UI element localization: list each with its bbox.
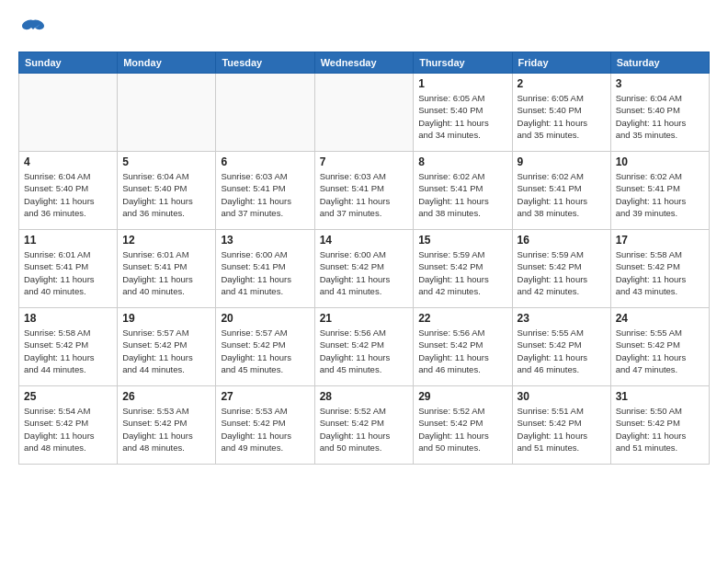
calendar-table: SundayMondayTuesdayWednesdayThursdayFrid… — [18, 52, 710, 465]
day-info: Sunrise: 6:04 AM Sunset: 5:40 PM Dayligh… — [616, 92, 704, 141]
day-info: Sunrise: 5:50 AM Sunset: 5:42 PM Dayligh… — [616, 405, 704, 454]
calendar-cell: 16Sunrise: 5:59 AM Sunset: 5:42 PM Dayli… — [512, 230, 610, 308]
day-header-wednesday: Wednesday — [314, 52, 414, 74]
calendar-cell: 9Sunrise: 6:02 AM Sunset: 5:41 PM Daylig… — [512, 152, 610, 230]
calendar-cell: 8Sunrise: 6:02 AM Sunset: 5:41 PM Daylig… — [414, 152, 512, 230]
day-info: Sunrise: 6:05 AM Sunset: 5:40 PM Dayligh… — [418, 92, 506, 141]
calendar-cell: 22Sunrise: 5:56 AM Sunset: 5:42 PM Dayli… — [414, 308, 512, 386]
day-number: 18 — [24, 312, 112, 325]
day-number: 15 — [418, 234, 506, 247]
day-number: 4 — [24, 155, 112, 168]
day-info: Sunrise: 5:57 AM Sunset: 5:42 PM Dayligh… — [221, 327, 309, 375]
day-info: Sunrise: 5:54 AM Sunset: 5:42 PM Dayligh… — [24, 405, 112, 454]
calendar-cell: 13Sunrise: 6:00 AM Sunset: 5:41 PM Dayli… — [216, 230, 314, 308]
calendar-cell — [118, 74, 216, 152]
day-info: Sunrise: 6:05 AM Sunset: 5:40 PM Dayligh… — [518, 92, 606, 141]
calendar-cell: 18Sunrise: 5:58 AM Sunset: 5:42 PM Dayli… — [19, 308, 118, 386]
calendar-cell: 24Sunrise: 5:55 AM Sunset: 5:42 PM Dayli… — [610, 308, 709, 386]
day-info: Sunrise: 6:04 AM Sunset: 5:40 PM Dayligh… — [24, 170, 112, 219]
day-info: Sunrise: 6:02 AM Sunset: 5:41 PM Dayligh… — [418, 170, 506, 219]
calendar-cell: 30Sunrise: 5:51 AM Sunset: 5:42 PM Dayli… — [512, 386, 610, 465]
day-number: 16 — [518, 234, 606, 247]
calendar-cell: 15Sunrise: 5:59 AM Sunset: 5:42 PM Dayli… — [414, 230, 512, 308]
day-number: 13 — [221, 234, 309, 247]
day-info: Sunrise: 6:00 AM Sunset: 5:41 PM Dayligh… — [221, 248, 309, 297]
day-header-saturday: Saturday — [610, 52, 709, 74]
day-info: Sunrise: 5:56 AM Sunset: 5:42 PM Dayligh… — [418, 327, 506, 375]
day-number: 20 — [221, 312, 309, 325]
day-number: 3 — [616, 77, 704, 90]
calendar-cell: 26Sunrise: 5:53 AM Sunset: 5:42 PM Dayli… — [118, 386, 216, 465]
day-info: Sunrise: 5:57 AM Sunset: 5:42 PM Dayligh… — [122, 327, 210, 375]
day-number: 6 — [221, 155, 309, 168]
day-info: Sunrise: 6:02 AM Sunset: 5:41 PM Dayligh… — [518, 170, 606, 219]
day-header-friday: Friday — [512, 52, 610, 74]
calendar-cell: 20Sunrise: 5:57 AM Sunset: 5:42 PM Dayli… — [216, 308, 314, 386]
day-info: Sunrise: 5:55 AM Sunset: 5:42 PM Dayligh… — [616, 327, 704, 375]
calendar-cell: 10Sunrise: 6:02 AM Sunset: 5:41 PM Dayli… — [610, 152, 709, 230]
day-info: Sunrise: 5:56 AM Sunset: 5:42 PM Dayligh… — [320, 327, 409, 375]
day-number: 25 — [24, 390, 112, 403]
day-number: 9 — [518, 155, 606, 168]
calendar-cell — [216, 74, 314, 152]
day-number: 11 — [24, 234, 112, 247]
calendar-cell: 4Sunrise: 6:04 AM Sunset: 5:40 PM Daylig… — [19, 152, 118, 230]
day-number: 1 — [418, 77, 506, 90]
day-info: Sunrise: 5:52 AM Sunset: 5:42 PM Dayligh… — [418, 405, 506, 454]
day-number: 8 — [418, 155, 506, 168]
day-header-thursday: Thursday — [414, 52, 512, 74]
calendar-cell: 29Sunrise: 5:52 AM Sunset: 5:42 PM Dayli… — [414, 386, 512, 465]
calendar-cell: 6Sunrise: 6:03 AM Sunset: 5:41 PM Daylig… — [216, 152, 314, 230]
week-row-1: 1Sunrise: 6:05 AM Sunset: 5:40 PM Daylig… — [19, 74, 710, 152]
day-info: Sunrise: 5:53 AM Sunset: 5:42 PM Dayligh… — [122, 405, 210, 454]
day-info: Sunrise: 6:04 AM Sunset: 5:40 PM Dayligh… — [122, 170, 210, 219]
day-number: 27 — [221, 390, 309, 403]
day-header-monday: Monday — [118, 52, 216, 74]
calendar-cell: 19Sunrise: 5:57 AM Sunset: 5:42 PM Dayli… — [118, 308, 216, 386]
day-number: 17 — [616, 234, 704, 247]
day-header-tuesday: Tuesday — [216, 52, 314, 74]
calendar-cell: 21Sunrise: 5:56 AM Sunset: 5:42 PM Dayli… — [314, 308, 414, 386]
day-info: Sunrise: 6:01 AM Sunset: 5:41 PM Dayligh… — [122, 248, 210, 297]
logo — [18, 18, 46, 42]
day-info: Sunrise: 6:03 AM Sunset: 5:41 PM Dayligh… — [320, 170, 409, 219]
calendar-cell: 12Sunrise: 6:01 AM Sunset: 5:41 PM Dayli… — [118, 230, 216, 308]
day-info: Sunrise: 5:58 AM Sunset: 5:42 PM Dayligh… — [24, 327, 112, 375]
page-header — [18, 18, 710, 42]
day-header-sunday: Sunday — [19, 52, 118, 74]
day-number: 10 — [616, 155, 704, 168]
day-number: 30 — [518, 390, 606, 403]
calendar-cell: 23Sunrise: 5:55 AM Sunset: 5:42 PM Dayli… — [512, 308, 610, 386]
day-info: Sunrise: 6:02 AM Sunset: 5:41 PM Dayligh… — [616, 170, 704, 219]
day-info: Sunrise: 6:01 AM Sunset: 5:41 PM Dayligh… — [24, 248, 112, 297]
day-info: Sunrise: 5:59 AM Sunset: 5:42 PM Dayligh… — [518, 248, 606, 297]
day-number: 19 — [122, 312, 210, 325]
calendar-cell — [19, 74, 118, 152]
day-number: 23 — [518, 312, 606, 325]
day-number: 21 — [320, 312, 409, 325]
day-info: Sunrise: 6:03 AM Sunset: 5:41 PM Dayligh… — [221, 170, 309, 219]
day-number: 7 — [320, 155, 409, 168]
calendar-cell: 14Sunrise: 6:00 AM Sunset: 5:42 PM Dayli… — [314, 230, 414, 308]
calendar-cell: 2Sunrise: 6:05 AM Sunset: 5:40 PM Daylig… — [512, 74, 610, 152]
calendar-cell: 3Sunrise: 6:04 AM Sunset: 5:40 PM Daylig… — [610, 74, 709, 152]
day-info: Sunrise: 5:53 AM Sunset: 5:42 PM Dayligh… — [221, 405, 309, 454]
calendar-cell: 1Sunrise: 6:05 AM Sunset: 5:40 PM Daylig… — [414, 74, 512, 152]
day-number: 24 — [616, 312, 704, 325]
day-number: 5 — [122, 155, 210, 168]
week-row-4: 18Sunrise: 5:58 AM Sunset: 5:42 PM Dayli… — [19, 308, 710, 386]
day-number: 14 — [320, 234, 409, 247]
calendar-cell — [314, 74, 414, 152]
calendar-cell: 31Sunrise: 5:50 AM Sunset: 5:42 PM Dayli… — [610, 386, 709, 465]
day-number: 29 — [418, 390, 506, 403]
day-info: Sunrise: 5:55 AM Sunset: 5:42 PM Dayligh… — [518, 327, 606, 375]
calendar-cell: 25Sunrise: 5:54 AM Sunset: 5:42 PM Dayli… — [19, 386, 118, 465]
week-row-2: 4Sunrise: 6:04 AM Sunset: 5:40 PM Daylig… — [19, 152, 710, 230]
day-info: Sunrise: 5:51 AM Sunset: 5:42 PM Dayligh… — [518, 405, 606, 454]
calendar-cell: 7Sunrise: 6:03 AM Sunset: 5:41 PM Daylig… — [314, 152, 414, 230]
calendar-cell: 5Sunrise: 6:04 AM Sunset: 5:40 PM Daylig… — [118, 152, 216, 230]
day-number: 12 — [122, 234, 210, 247]
day-info: Sunrise: 6:00 AM Sunset: 5:42 PM Dayligh… — [320, 248, 409, 297]
calendar-cell: 17Sunrise: 5:58 AM Sunset: 5:42 PM Dayli… — [610, 230, 709, 308]
day-info: Sunrise: 5:52 AM Sunset: 5:42 PM Dayligh… — [320, 405, 409, 454]
